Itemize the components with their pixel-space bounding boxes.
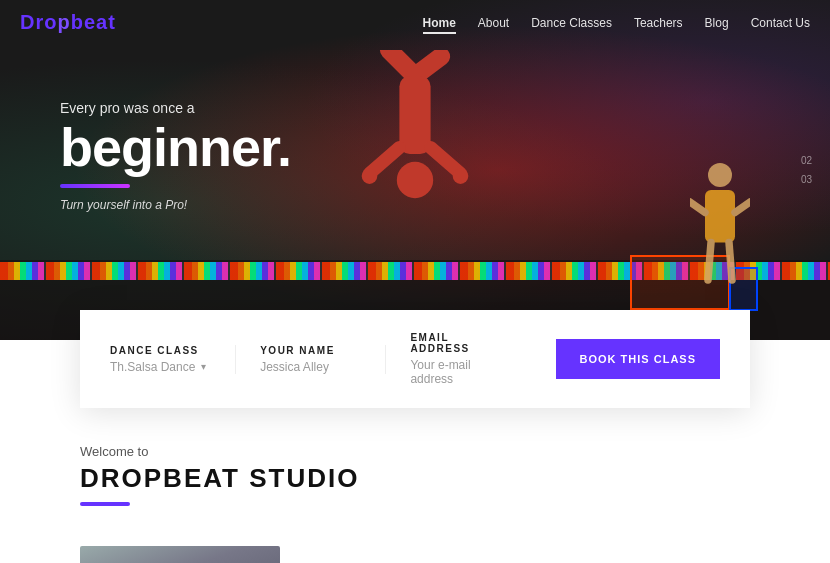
nav-item-contact[interactable]: Contact Us bbox=[751, 13, 810, 31]
nav-item-about[interactable]: About bbox=[478, 13, 509, 31]
booking-form: DANCE CLASS Th.Salsa Dance ▾ YOUR NAME J… bbox=[80, 310, 750, 408]
dance-class-field: DANCE CLASS Th.Salsa Dance ▾ bbox=[110, 345, 236, 374]
studio-name: DROPBEAT STUDIO bbox=[80, 463, 750, 494]
nav-link-dance-classes[interactable]: Dance Classes bbox=[531, 16, 612, 30]
hero-section: Dropbeat Home About Dance Classes Teache… bbox=[0, 0, 830, 340]
svg-rect-2 bbox=[399, 76, 430, 154]
svg-line-5 bbox=[431, 148, 461, 174]
nav-link-home[interactable]: Home bbox=[423, 16, 456, 34]
your-name-value[interactable]: Jessica Alley bbox=[260, 360, 361, 374]
dance-class-label: DANCE CLASS bbox=[110, 345, 211, 356]
svg-line-12 bbox=[708, 243, 711, 281]
svg-point-3 bbox=[397, 162, 433, 198]
preview-image bbox=[80, 546, 280, 563]
svg-rect-9 bbox=[705, 190, 735, 243]
nav-item-teachers[interactable]: Teachers bbox=[634, 13, 683, 31]
chevron-down-icon: ▾ bbox=[201, 361, 206, 372]
your-name-field: YOUR NAME Jessica Alley bbox=[236, 345, 386, 374]
hero-text-block: Every pro was once a beginner. Turn your… bbox=[60, 100, 291, 212]
logo-highlight: p bbox=[57, 11, 70, 33]
email-value[interactable]: Your e-mail address bbox=[410, 358, 511, 386]
svg-point-8 bbox=[708, 163, 732, 187]
your-name-label: YOUR NAME bbox=[260, 345, 361, 356]
logo[interactable]: Dropbeat bbox=[20, 11, 116, 34]
bottom-preview bbox=[0, 526, 830, 563]
nav-item-home[interactable]: Home bbox=[423, 13, 456, 31]
svg-line-11 bbox=[735, 202, 750, 213]
welcome-pretitle: Welcome to bbox=[80, 444, 750, 459]
book-class-button[interactable]: BOOK THIS CLASS bbox=[556, 339, 720, 379]
slide-num-3: 03 bbox=[801, 174, 812, 185]
dj-person bbox=[690, 160, 750, 280]
email-text: Your e-mail address bbox=[410, 358, 511, 386]
email-label: EMAIL ADDRESS bbox=[410, 332, 511, 354]
nav-link-teachers[interactable]: Teachers bbox=[634, 16, 683, 30]
nav-link-contact[interactable]: Contact Us bbox=[751, 16, 810, 30]
dance-class-value[interactable]: Th.Salsa Dance ▾ bbox=[110, 360, 211, 374]
nav-link-about[interactable]: About bbox=[478, 16, 509, 30]
hero-subtitle: Every pro was once a bbox=[60, 100, 291, 116]
your-name-text: Jessica Alley bbox=[260, 360, 329, 374]
hero-heading: beginner. bbox=[60, 120, 291, 174]
dancer-figure bbox=[355, 50, 475, 310]
svg-line-1 bbox=[415, 57, 441, 77]
svg-line-13 bbox=[729, 243, 732, 281]
slide-indicators: 02 03 bbox=[801, 155, 812, 185]
nav-item-dance-classes[interactable]: Dance Classes bbox=[531, 13, 612, 31]
hero-accent-line bbox=[60, 184, 130, 188]
nav-item-blog[interactable]: Blog bbox=[705, 13, 729, 31]
slide-num-2: 02 bbox=[801, 155, 812, 166]
navbar: Dropbeat Home About Dance Classes Teache… bbox=[0, 0, 830, 44]
svg-point-6 bbox=[362, 168, 378, 184]
studio-accent-line bbox=[80, 502, 130, 506]
svg-line-4 bbox=[370, 148, 400, 174]
nav-link-blog[interactable]: Blog bbox=[705, 16, 729, 30]
email-field: EMAIL ADDRESS Your e-mail address bbox=[386, 332, 535, 386]
welcome-section: Welcome to DROPBEAT STUDIO bbox=[0, 408, 830, 526]
logo-text: Dropbeat bbox=[20, 11, 116, 33]
hero-tagline: Turn yourself into a Pro! bbox=[60, 198, 291, 212]
nav-links: Home About Dance Classes Teachers Blog C… bbox=[423, 13, 811, 31]
svg-line-10 bbox=[690, 202, 705, 213]
dance-class-text: Th.Salsa Dance bbox=[110, 360, 195, 374]
svg-point-7 bbox=[453, 168, 469, 184]
